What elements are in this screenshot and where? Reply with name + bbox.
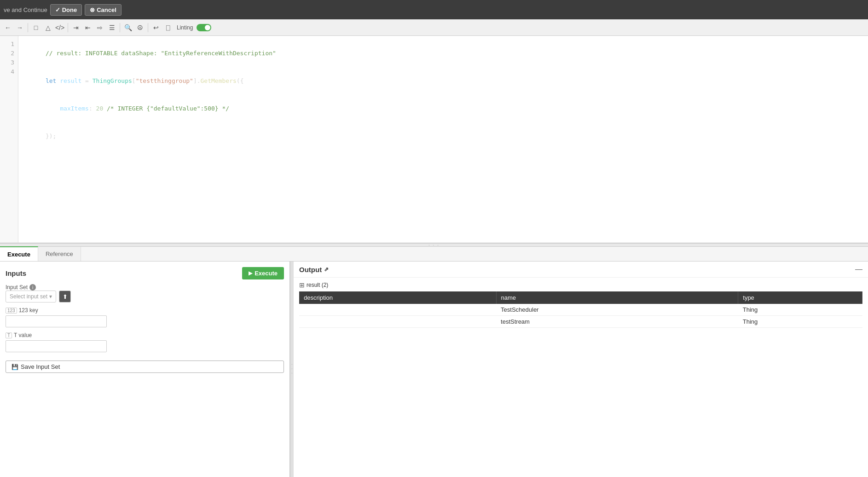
indent-left-icon[interactable]: ⇥ <box>71 23 81 33</box>
list-icon[interactable]: ☰ <box>107 23 117 33</box>
search-replace-icon[interactable]: ☮ <box>135 23 145 33</box>
redo-icon[interactable]: → <box>15 23 25 33</box>
code-line-4: }); <box>24 122 862 150</box>
inputs-title: Inputs <box>6 269 26 277</box>
play-icon: ▶ <box>249 270 252 276</box>
search-icon[interactable]: 🔍 <box>123 23 133 33</box>
upload-icon: ⬆ <box>63 293 68 300</box>
done-button[interactable]: ✓ Done <box>50 4 82 16</box>
panel-resize-handle[interactable]: · · · <box>290 262 294 477</box>
info-icon: i <box>29 284 36 291</box>
table-row[interactable]: TestSchedulerThing <box>299 304 862 316</box>
cell-description <box>299 304 496 316</box>
field-123key-input[interactable] <box>6 315 107 327</box>
field-123key-label: 123 123 key <box>6 307 284 314</box>
fold-icon[interactable]: △ <box>43 23 53 33</box>
cancel-button[interactable]: ⊗ Cancel <box>85 4 122 16</box>
code-toolbar: ← → □ △ </> ⇥ ⇤ ⇨ ☰ 🔍 ☮ ↩ ⎕ Linting <box>0 19 868 36</box>
field-T-value-group: T T value <box>6 332 284 352</box>
bottom-panel: Execute Reference Inputs ▶ Execute Input… <box>0 247 868 477</box>
output-title: Output ⇗ <box>299 266 329 273</box>
col-description: description <box>299 291 496 304</box>
line-numbers: 1 2 3 4 <box>0 36 18 243</box>
collapse-output-button[interactable]: — <box>855 265 862 273</box>
save-input-set-button[interactable]: 💾 Save Input Set <box>6 361 284 373</box>
field-T-value-label: T T value <box>6 332 284 338</box>
input-set-row: Select input set ▾ ⬆ <box>6 291 284 302</box>
external-link-icon[interactable]: ⇗ <box>324 266 329 273</box>
save-continue-label: ve and Continue <box>4 6 47 13</box>
code-line-1: // result: INFOTABLE dataShape: "EntityR… <box>24 40 862 67</box>
execute-button[interactable]: ▶ Execute <box>242 267 284 279</box>
disk-icon: 💾 <box>12 364 18 370</box>
grid-icon: ⊞ <box>299 281 305 289</box>
code-line-2: let result = ThingGroups["testthinggroup… <box>24 67 862 95</box>
output-section: Output ⇗ — ⊞ result (2) description name… <box>294 262 868 477</box>
code-editor: 1 2 3 4 // result: INFOTABLE dataShape: … <box>0 36 868 243</box>
cell-type: Thing <box>738 304 862 316</box>
cell-name: testStream <box>496 316 738 328</box>
tab-bar: Execute Reference <box>0 247 868 262</box>
bracket-icon[interactable]: ⎕ <box>163 23 173 33</box>
result-table-body: TestSchedulerThingtestStreamThing <box>299 304 862 328</box>
tab-execute[interactable]: Execute <box>0 246 38 261</box>
tab-reference[interactable]: Reference <box>38 247 81 261</box>
input-set-label-row: Input Set i <box>6 284 284 291</box>
panel-body: Inputs ▶ Execute Input Set i Select inpu… <box>0 262 868 477</box>
checkmark-icon: ✓ <box>55 6 60 13</box>
cell-description <box>299 316 496 328</box>
top-toolbar: ve and Continue ✓ Done ⊗ Cancel <box>0 0 868 19</box>
input-set-section: Input Set i Select input set ▾ ⬆ <box>6 284 284 302</box>
output-header: Output ⇗ — <box>294 262 868 278</box>
indent-right-icon[interactable]: ⇤ <box>83 23 93 33</box>
cell-type: Thing <box>738 316 862 328</box>
wrap-icon[interactable]: ↩ <box>151 23 161 33</box>
number-type-badge: 123 <box>6 308 17 314</box>
linting-label: Linting <box>177 24 193 31</box>
result-area: ⊞ result (2) description name type TestS… <box>294 278 868 477</box>
col-type: type <box>738 291 862 304</box>
toggle-comment-icon[interactable]: □ <box>31 23 41 33</box>
cell-name: TestScheduler <box>496 304 738 316</box>
result-label: ⊞ result (2) <box>299 281 328 289</box>
result-table: description name type TestSchedulerThing… <box>299 291 862 328</box>
select-input-set-dropdown[interactable]: Select input set ▾ <box>6 291 56 302</box>
code-icon[interactable]: </> <box>55 23 65 33</box>
result-table-header: description name type <box>299 291 862 304</box>
field-T-value-input[interactable] <box>6 340 107 352</box>
dropdown-arrow-icon: ▾ <box>49 293 52 300</box>
linting-toggle[interactable] <box>197 24 211 31</box>
T-type-badge: T <box>6 332 12 338</box>
table-row[interactable]: testStreamThing <box>299 316 862 328</box>
code-line-3: maxItems: 20 /* INTEGER {"defaultValue":… <box>24 95 862 122</box>
cancel-icon: ⊗ <box>90 6 95 13</box>
indent-icon2[interactable]: ⇨ <box>95 23 105 33</box>
editor-divider[interactable]: · · · <box>0 243 868 247</box>
inputs-header: Inputs ▶ Execute <box>6 267 284 279</box>
inputs-section: Inputs ▶ Execute Input Set i Select inpu… <box>0 262 290 477</box>
code-content[interactable]: // result: INFOTABLE dataShape: "EntityR… <box>18 36 868 243</box>
col-name: name <box>496 291 738 304</box>
upload-input-set-button[interactable]: ⬆ <box>59 291 71 302</box>
field-123key-group: 123 123 key <box>6 307 284 327</box>
undo-icon[interactable]: ← <box>3 23 13 33</box>
